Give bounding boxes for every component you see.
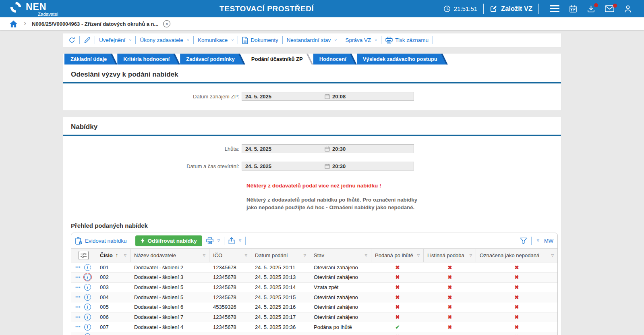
row-menu-button[interactable]: ••• [75,285,81,289]
home-button[interactable] [10,21,17,27]
menu-uverejneni[interactable]: Uveřejnění▽ [99,37,131,43]
column-header-cislo[interactable]: Číslo ↑ ▽ [96,249,130,262]
row-menu-button[interactable]: ••• [75,265,81,269]
row-menu-button[interactable]: ••• [75,305,81,309]
user-button[interactable] [624,5,632,13]
cell-oznacena-jako-nepodana: ✖ [476,312,557,322]
filter-triangle-icon[interactable]: ▽ [551,254,554,257]
info-icon[interactable]: i [84,333,91,335]
table-row[interactable]: ••• i 001 Dodavatel - školení 2 12345678… [71,262,557,273]
decrypt-bids-button[interactable]: Odšifrovat nabídky [135,235,202,246]
menu-ukony-zadavatele[interactable]: Úkony zadavatele▽ [140,37,189,43]
filter-triangle-icon[interactable]: ▽ [203,254,205,257]
column-label: Podaná po lhůtě [375,252,413,258]
column-settings-button[interactable] [71,249,96,262]
column-header-datum-podani[interactable]: Datum podání▽ [251,249,310,262]
table-row[interactable]: ••• i 002 Dodavatel - školení 3 12345678… [71,273,557,283]
filter-triangle-icon[interactable]: ▽ [304,254,306,257]
filter-triangle-icon[interactable]: ▽ [470,254,472,257]
cell-nazev-dodavatele: Dodavatel - školení 4 [130,322,209,332]
cell-ico: 45359326 [209,332,251,335]
calendar-button[interactable] [569,5,577,13]
datum-zahajeni-input[interactable]: 24. 5. 2025 20:08 [242,92,414,101]
tab-2[interactable]: Kritéria hodnocení [117,54,180,65]
menu-komunikace[interactable]: Komunikace▽ [198,37,234,43]
table-row[interactable]: ••• i 005 Dodavatel - školení 6 45359326… [71,302,557,312]
tab-1[interactable]: Základní údaje [64,54,117,65]
menu-nestandardni-stav[interactable]: Nestandardní stav▽ [287,37,337,43]
column-header-oznacena-jako-nepodana[interactable]: Označena jako nepodaná▽ [476,249,557,262]
tab-6[interactable]: Výsledek zadávacího postupu [357,54,448,65]
info-icon[interactable]: i [84,294,91,301]
column-header-stav[interactable]: Stav▽ [310,249,371,262]
column-header-podana-po-lhute[interactable]: Podaná po lhůtě▽ [371,249,424,262]
cell-datum-podani: 24. 5. 2025 20:14 [251,283,310,292]
calendar-icon [325,164,330,169]
cell-cislo: 006 [96,312,130,322]
table-row[interactable]: ••• i 003 Dodavatel - školení 5 12345678… [71,283,557,293]
refresh-button[interactable] [68,37,75,44]
filter-triangle-icon[interactable]: ▽ [365,254,367,257]
print-record-button[interactable]: Tisk záznamu [385,37,429,44]
column-header-nazev[interactable]: Název dodavatele▽ [130,249,209,262]
menu-sprava-vz[interactable]: Správa VZ▽ [345,37,377,43]
breadcrumb-item[interactable]: N006/25/V00004963 - Zřízení datových okr… [32,21,158,27]
info-icon[interactable]: i [84,324,91,331]
table-row[interactable]: ••• i 007 Dodavatel - školení 4 12345678… [71,322,557,332]
view-selector-button[interactable]: ▽ MW [536,238,553,244]
messages-button[interactable] [605,5,614,12]
cell-cislo: 007 [96,322,130,332]
close-icon: × [166,22,168,26]
cell-stav: Otevírání zahájeno [310,302,371,312]
calendar-icon [325,146,330,152]
app-name: NEN [26,2,58,12]
info-icon[interactable]: i [84,264,91,271]
filter-triangle-icon[interactable]: ▽ [245,254,247,257]
cell-stav: Otevírání zahájeno [310,292,371,302]
downloads-button[interactable] [587,5,595,13]
close-tab-button[interactable]: × [163,20,170,27]
column-header-listinna-podoba[interactable]: Listinná podoba▽ [424,249,476,262]
table-row[interactable]: ••• i 008 Dodavatel - školení 6 45359326… [71,332,557,335]
row-menu-button[interactable]: ••• [75,325,81,329]
info-icon[interactable]: i [84,284,91,291]
menu-dokumenty[interactable]: Dokumenty [242,37,278,44]
table-row[interactable]: ••• i 006 Dodavatel - školení 7 12345678… [71,312,557,323]
print-table-button[interactable]: ▽ [206,237,220,244]
oteviranni-input[interactable]: 24. 5. 2025 20:30 [242,162,414,171]
info-icon[interactable]: i [84,304,91,310]
filter-button[interactable] [520,237,527,244]
cell-podana-po-lhute: ✖ [371,302,424,312]
nen-logo[interactable]: NEN Zadavatel [9,0,58,17]
record-toolbar: Uveřejnění▽ Úkony zadavatele▽ Komunikace… [63,33,561,47]
divider [483,4,484,14]
menu-button[interactable] [550,5,559,12]
breadcrumb: › N006/25/V00004963 - Zřízení datových o… [0,17,644,30]
column-header-ico[interactable]: IČO▽ [209,249,251,262]
cell-ico: 12345678 [209,273,251,282]
tab-4[interactable]: Podání účastníků ZP [245,54,313,65]
row-menu-button[interactable]: ••• [75,275,81,279]
filter-triangle-icon[interactable]: ▽ [417,254,420,257]
section-title: Odeslání výzvy k podání nabídek [63,65,561,82]
filter-triangle-icon[interactable]: ▽ [124,254,126,257]
cell-oznacena-jako-nepodana: ✖ [476,322,557,332]
info-icon[interactable]: i [84,274,91,281]
export-button[interactable]: ▽ [228,237,241,244]
register-bid-button[interactable]: Evidovat nabídku [75,237,127,245]
edit-record-button[interactable] [84,37,91,44]
row-menu-button[interactable]: ••• [75,295,81,299]
divider [135,36,136,44]
cell-stav: Otevírání zahájeno [310,273,371,282]
cell-nazev-dodavatele: Dodavatel - školení 5 [130,292,209,302]
row-menu-button[interactable]: ••• [75,315,81,319]
info-icon[interactable]: i [84,314,91,320]
cell-listinna-podoba: ✖ [424,322,476,332]
cell-podana-po-lhute: ✖ [371,283,424,292]
lhuta-input[interactable]: 24. 5. 2025 20:30 [242,144,414,153]
table-row[interactable]: ••• i 004 Dodavatel - školení 5 12345678… [71,292,557,302]
section-rule [63,82,561,83]
create-vz-button[interactable]: Založit VZ [490,5,532,12]
tab-3[interactable]: Zadávací podmínky [180,54,245,65]
tab-5[interactable]: Hodnocení [313,54,357,65]
